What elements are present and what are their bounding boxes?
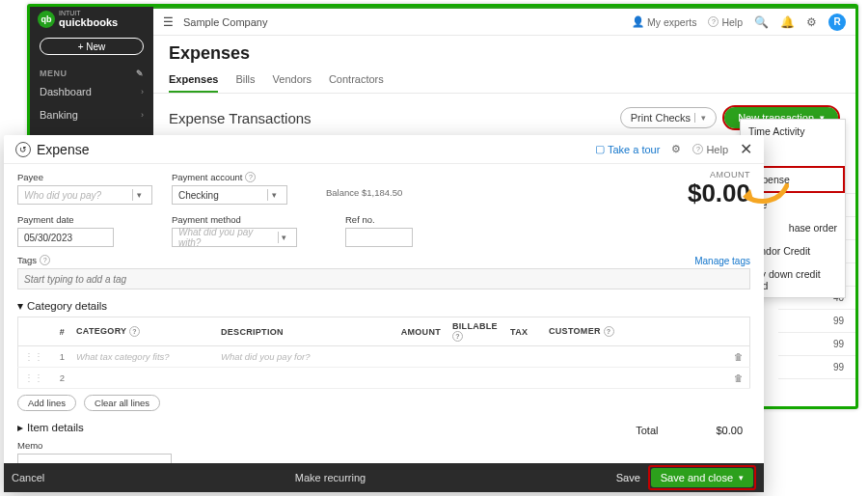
payment-account-label: Payment account ? <box>172 172 307 182</box>
payee-select[interactable]: Who did you pay? ▾ <box>17 185 152 205</box>
item-details-label: Item details <box>27 422 84 433</box>
category-details-toggle[interactable]: ▾ Category details <box>17 299 750 313</box>
memo-label: Memo <box>17 440 750 451</box>
modal-header: ↺ Expense ▢ Take a tour ⚙ ? Help ✕ <box>4 135 764 164</box>
sidebar-item-label: Banking <box>40 109 78 121</box>
cancel-button[interactable]: Cancel <box>12 472 44 483</box>
brand-text: INTUIT quickbooks <box>59 11 118 28</box>
my-experts-link[interactable]: 👤 My experts <box>632 15 696 28</box>
chevron-down-icon: ▾ <box>267 189 281 201</box>
category-cell[interactable]: What tax category fits? <box>70 346 215 368</box>
tab-bills[interactable]: Bills <box>235 69 255 93</box>
balance-text: Balance $1,184.50 <box>326 172 402 198</box>
ref-no-label: Ref no. <box>345 214 442 225</box>
save-and-close-label: Save and close <box>661 472 733 483</box>
clear-lines-button[interactable]: Clear all lines <box>84 395 160 411</box>
payee-placeholder: Who did you pay? <box>24 190 101 201</box>
bg-amount: 99 <box>778 310 855 333</box>
info-icon[interactable]: ? <box>129 326 140 337</box>
col-amount: AMOUNT <box>389 317 447 346</box>
close-icon[interactable]: ✕ <box>740 140 752 158</box>
table-row[interactable]: ⋮⋮ 1 What tax category fits? What did yo… <box>18 346 750 368</box>
chevron-down-icon: ▾ <box>278 232 290 243</box>
company-name: Sample Company <box>183 16 267 28</box>
help-link[interactable]: ? Help <box>692 144 728 155</box>
modal-title: Expense <box>37 142 89 157</box>
qb-logo-icon: qb <box>38 11 55 28</box>
gear-icon[interactable]: ⚙ <box>806 15 817 29</box>
print-checks-label: Print Checks <box>631 112 691 124</box>
sidebar-item-banking[interactable]: Banking › <box>30 103 153 126</box>
col-description: DESCRIPTION <box>215 317 389 346</box>
person-icon: 👤 <box>632 15 644 28</box>
row-number: 2 <box>49 368 70 389</box>
category-details-label: Category details <box>27 300 107 312</box>
payment-method-select[interactable]: What did you pay with? ▾ <box>172 228 297 247</box>
info-icon[interactable]: ? <box>604 326 614 337</box>
col-customer: CUSTOMER <box>549 326 601 336</box>
sidebar-item-dashboard[interactable]: Dashboard › <box>30 80 153 103</box>
chevron-down-icon[interactable]: ▾ <box>694 113 706 123</box>
trash-icon[interactable]: 🗑 <box>728 346 750 368</box>
make-recurring-link[interactable]: Make recurring <box>44 472 615 483</box>
pencil-icon[interactable]: ✎ <box>136 69 145 78</box>
save-and-close-button[interactable]: Save and close ▾ <box>651 468 753 487</box>
save-button[interactable]: Save <box>616 472 640 483</box>
ref-no-input[interactable] <box>345 228 413 247</box>
info-icon[interactable]: ? <box>452 331 463 342</box>
take-tour-link[interactable]: ▢ Take a tour <box>595 143 660 155</box>
gear-icon[interactable]: ⚙ <box>671 143 681 155</box>
col-billable: BILLABLE <box>452 321 498 331</box>
bg-amount: 99 <box>778 356 855 379</box>
history-icon[interactable]: ↺ <box>15 142 31 157</box>
chevron-down-icon: ▾ <box>132 189 146 201</box>
topbar: ☰ Sample Company 👤 My experts ? Help 🔍 🔔… <box>153 7 855 36</box>
payment-date-input[interactable] <box>17 228 114 247</box>
payment-account-value: Checking <box>178 190 219 201</box>
total-label: Total <box>636 425 658 436</box>
tabs: Expenses Bills Vendors Contractors <box>153 69 855 94</box>
chevron-right-icon: › <box>141 110 144 120</box>
description-cell[interactable]: What did you pay for? <box>215 346 389 368</box>
sidebar-item-label: Dashboard <box>40 86 92 97</box>
item-details-toggle[interactable]: ▸ Item details <box>17 421 84 434</box>
bg-amount: 99 <box>778 333 855 356</box>
tags-input[interactable] <box>17 268 750 289</box>
bell-icon[interactable]: 🔔 <box>780 15 795 29</box>
save-and-close-highlight: Save and close ▾ <box>648 465 756 490</box>
trash-icon[interactable]: 🗑 <box>728 368 750 389</box>
tab-contractors[interactable]: Contractors <box>329 69 384 93</box>
row-number: 1 <box>49 346 70 368</box>
tab-expenses[interactable]: Expenses <box>169 69 218 93</box>
payment-method-placeholder: What did you pay with? <box>178 227 274 248</box>
help-label: Help <box>706 144 728 155</box>
caret-down-icon: ▾ <box>17 299 23 313</box>
payment-account-select[interactable]: Checking ▾ <box>172 185 287 205</box>
help-icon: ? <box>692 144 703 154</box>
manage-tags-link[interactable]: Manage tags <box>694 256 750 266</box>
subheader-title: Expense Transactions <box>169 110 312 126</box>
table-row[interactable]: ⋮⋮ 2 🗑 <box>18 368 750 389</box>
memo-input[interactable] <box>17 454 172 463</box>
new-button[interactable]: + New <box>40 38 144 55</box>
payment-date-label: Payment date <box>17 214 152 225</box>
print-checks-button[interactable]: Print Checks ▾ <box>620 107 717 128</box>
info-icon[interactable]: ? <box>245 172 256 182</box>
drag-handle-icon[interactable]: ⋮⋮ <box>18 368 50 389</box>
hamburger-icon[interactable]: ☰ <box>163 15 174 29</box>
expense-modal: ↺ Expense ▢ Take a tour ⚙ ? Help ✕ AMOUN… <box>4 135 764 492</box>
modal-body: AMOUNT $0.00 Payee Who did you pay? ▾ Pa… <box>4 164 764 463</box>
brand-name: quickbooks <box>59 16 118 28</box>
tags-label: Tags ? <box>17 255 50 265</box>
help-link[interactable]: ? Help <box>708 16 743 28</box>
avatar[interactable]: R <box>828 14 846 31</box>
category-table: # CATEGORY ? DESCRIPTION AMOUNT BILLABLE… <box>17 317 750 389</box>
drag-handle-icon[interactable]: ⋮⋮ <box>18 346 50 368</box>
search-icon[interactable]: 🔍 <box>754 15 769 29</box>
tab-vendors[interactable]: Vendors <box>273 69 312 93</box>
modal-footer: Cancel Make recurring Save Save and clos… <box>4 463 764 492</box>
caret-right-icon: ▸ <box>17 421 23 434</box>
info-icon[interactable]: ? <box>40 255 50 265</box>
my-experts-label: My experts <box>647 16 696 28</box>
add-lines-button[interactable]: Add lines <box>17 395 76 411</box>
